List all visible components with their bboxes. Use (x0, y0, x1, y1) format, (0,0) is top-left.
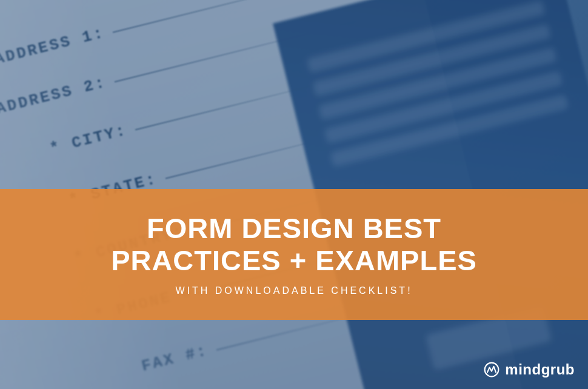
svg-point-0 (485, 363, 499, 377)
title-banner: FORM DESIGN BEST PRACTICES + EXAMPLES WI… (0, 189, 588, 320)
hero-graphic: * ADDRESS 1: ADDRESS 2: * CITY: * STATE:… (0, 0, 588, 389)
title-line-1: FORM DESIGN BEST (147, 212, 441, 244)
mindgrub-mark-icon (483, 361, 500, 378)
brand-name: mindgrub (505, 361, 575, 378)
banner-subtitle: WITH DOWNLOADABLE CHECKLIST! (175, 285, 412, 296)
title-line-2: PRACTICES + EXAMPLES (111, 244, 477, 276)
brand-logo: mindgrub (483, 361, 575, 378)
banner-title: FORM DESIGN BEST PRACTICES + EXAMPLES (111, 213, 477, 276)
